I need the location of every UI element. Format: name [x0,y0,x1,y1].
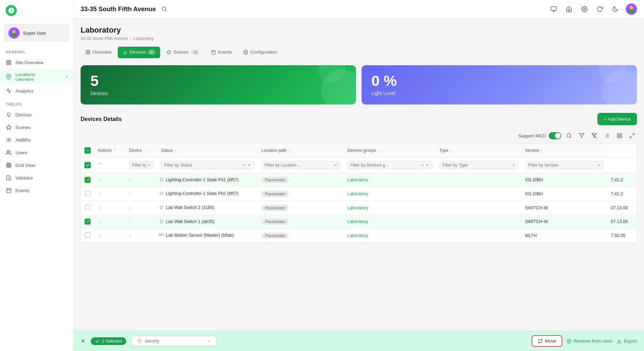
drag-icon[interactable]: ⋮ [150,149,154,153]
row-dots-menu[interactable]: ⋮ [94,201,125,215]
row-location[interactable]: Laboratory [344,187,436,201]
status-sort-icon[interactable]: ↕ [174,149,176,153]
tab-scenes-badge: 12 [191,50,200,55]
refresh-icon[interactable] [595,4,605,14]
row-checkbox-cell[interactable] [81,187,94,201]
row-location[interactable]: Laboratory [344,201,436,215]
select-all-header[interactable] [81,144,94,157]
collapse-icon[interactable]: ⌃ [113,148,116,153]
tab-devices[interactable]: Devices 5 [118,47,160,58]
fullscreen-icon[interactable] [627,131,637,141]
filter-device-clear[interactable]: ✕ [148,163,151,168]
groups-sort-icon[interactable]: ↕ [378,149,379,153]
add-device-button[interactable]: + Add Device [597,113,637,125]
filter-version-cell[interactable]: ✕ [522,157,608,173]
search-table-icon[interactable] [564,131,574,141]
select-all-checkbox[interactable] [84,147,91,154]
sidebar-item-site-overview[interactable]: Site Overview [0,56,73,69]
filter-device-input[interactable] [132,163,146,168]
row-dots-menu[interactable]: ⋮ [94,173,125,187]
row-checkbox[interactable] [85,219,90,224]
filter-device-cell[interactable]: ✕ [125,157,157,173]
filter-groups-input[interactable] [350,163,419,168]
filter-status-dropdown[interactable]: ▼ [247,163,251,167]
row-arrow[interactable]: › [125,215,157,229]
filter-icon[interactable] [577,131,587,141]
tab-scenes[interactable]: Scenes 12 [162,47,205,58]
row-arrow[interactable]: › [125,173,157,187]
filter-type-clear[interactable]: ✕ [512,163,515,168]
row-arrow[interactable]: › [125,229,157,243]
row-arrow[interactable]: › [125,187,157,201]
filter-location-cell[interactable]: ✕ [258,157,344,173]
bottom-close-button[interactable]: ✕ [81,338,85,344]
tab-overview[interactable]: Overview [81,47,116,58]
filter-version-input[interactable] [528,163,596,168]
list-view-icon[interactable] [602,131,612,141]
sidebar-item-scenes[interactable]: Scenes [0,121,73,134]
remove-from-room-button[interactable]: Remove from room [567,338,612,344]
filter-row-checkbox[interactable] [84,162,91,168]
location-sort-icon[interactable]: ↕ [288,149,290,153]
support-mcd-toggle[interactable] [549,132,561,139]
row-dots-menu[interactable]: ⋮ [94,187,125,201]
filter-location-clear[interactable]: ✕ [334,163,337,168]
row-checkbox-cell[interactable] [81,201,94,215]
moon-icon[interactable] [610,4,620,14]
row-checkbox[interactable] [85,204,90,210]
filter-location-input[interactable] [265,163,333,168]
home-icon[interactable] [564,4,574,14]
filter-off-icon[interactable] [589,131,599,141]
row-checkbox-cell[interactable] [81,215,94,229]
sidebar-item-locations[interactable]: Locations Laboratory › [0,69,73,85]
filter-version-clear[interactable]: ✕ [597,163,601,168]
filter-groups-clear[interactable]: ✕ [421,163,424,168]
row-checkbox-cell[interactable] [81,229,94,243]
version-sort-icon[interactable]: ↕ [541,149,542,153]
row-checkbox[interactable] [85,177,90,183]
row-checkbox[interactable] [85,232,90,238]
row-arrow[interactable]: › [125,201,157,215]
filter-type-cell[interactable]: ✕ [436,157,522,173]
filter-status-clear[interactable]: ✕ [243,163,246,168]
row-location[interactable]: Laboratory [344,229,436,243]
row-groups [436,229,522,243]
row-checkbox-cell[interactable] [81,173,94,187]
breadcrumb: 33-35 South Fifth Avenue • Laboratory [81,36,637,41]
row-checkbox[interactable] [85,190,90,196]
filter-status-cell[interactable]: ✕ ▼ [157,157,258,173]
sidebar-item-validator[interactable]: Validator [0,171,73,184]
filter-groups-cell[interactable]: ✕ ▼ [344,157,436,173]
search-icon[interactable] [159,4,169,14]
row-location[interactable]: Laboratory [344,173,436,187]
export-button[interactable]: Export [617,338,637,344]
filter-type-input[interactable] [443,163,511,168]
user-profile[interactable]: Super User [4,24,69,42]
sidebar-item-events[interactable]: Events [0,184,73,197]
sidebar-item-grid-view[interactable]: Grid View [0,159,73,171]
monitor-icon[interactable] [549,4,559,14]
user-avatar-header[interactable] [626,4,637,15]
tab-configuration[interactable]: Configuration [238,47,282,58]
sidebar-item-users[interactable]: Users [0,146,73,159]
row-location[interactable]: Laboratory [344,215,436,229]
scenes-label: Scenes [15,125,30,130]
sidebar-item-devices[interactable]: Devices [0,108,73,121]
filter-status-input[interactable] [164,163,241,168]
toggle-switch[interactable] [549,132,561,139]
move-button[interactable]: Move [532,335,562,347]
table-body: ⋮ › Lighting-Controller-1 State P01 (6f5… [81,173,637,243]
row-dots-menu[interactable]: ⋮ [94,229,125,243]
sidebar-item-analytics[interactable]: Analytics [0,85,73,97]
filter-groups-dropdown[interactable]: ▼ [425,163,429,167]
settings-icon[interactable] [580,4,589,14]
identify-input[interactable] [132,336,217,346]
row-dots-menu[interactable]: ⋮ [94,215,125,229]
sidebar-item-ambrs[interactable]: AMBRs [0,134,73,146]
tab-events[interactable]: Events [206,47,237,58]
type-sort-icon[interactable]: ↕ [450,149,452,153]
identify-field[interactable] [145,338,204,344]
collapse-arrow[interactable]: ⌃ [98,162,103,169]
sort-icon[interactable]: ↕ [143,149,145,153]
grid-view-icon[interactable] [615,131,624,141]
